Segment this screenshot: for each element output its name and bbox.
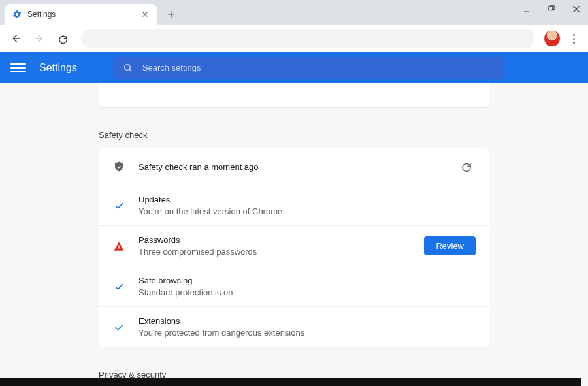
nav-forward-button[interactable] — [30, 29, 48, 48]
safety-check-header-row: Safety check ran a moment ago — [99, 148, 489, 185]
check-icon — [112, 321, 125, 334]
window-minimize-icon[interactable] — [520, 3, 533, 16]
safety-check-passwords-row[interactable]: Passwords Three compromised passwords Re… — [99, 226, 489, 266]
window-close-icon[interactable] — [570, 3, 583, 16]
app-title: Settings — [39, 62, 77, 74]
previous-section-card-tail — [99, 83, 489, 108]
settings-gear-icon — [12, 9, 22, 20]
safety-check-safebrowsing-row[interactable]: Safe browsing Standard protection is on — [99, 266, 489, 307]
nav-reload-button[interactable] — [54, 29, 72, 48]
address-bar[interactable] — [81, 29, 534, 48]
new-tab-button[interactable] — [162, 5, 180, 24]
browser-titlebar: Settings — [0, 0, 588, 25]
settings-search-input[interactable] — [142, 63, 495, 72]
shield-check-icon — [112, 160, 125, 173]
svg-point-1 — [124, 64, 130, 70]
updates-title: Updates — [139, 195, 476, 204]
extensions-subtitle: You're protected from dangerous extensio… — [139, 328, 476, 338]
safety-check-rerun-button[interactable] — [457, 157, 476, 176]
search-icon — [123, 63, 133, 73]
browser-toolbar — [0, 25, 588, 52]
window-controls — [520, 3, 583, 16]
passwords-subtitle: Three compromised passwords — [139, 247, 411, 257]
settings-content: Safety check Safety check ran a moment a… — [0, 83, 588, 386]
safebrowsing-subtitle: Standard protection is on — [139, 287, 476, 297]
safety-check-extensions-row[interactable]: Extensions You're protected from dangero… — [99, 307, 489, 347]
svg-rect-2 — [118, 245, 119, 248]
extensions-title: Extensions — [139, 316, 476, 326]
safebrowsing-title: Safe browsing — [139, 276, 476, 285]
safety-check-updates-row[interactable]: Updates You're on the latest version of … — [99, 185, 489, 226]
profile-avatar[interactable] — [544, 30, 561, 47]
updates-subtitle: You're on the latest version of Chrome — [139, 206, 476, 216]
check-icon — [112, 199, 125, 212]
passwords-review-button[interactable]: Review — [424, 236, 476, 255]
passwords-title: Passwords — [139, 235, 411, 245]
bottom-edge — [0, 378, 581, 386]
nav-back-button[interactable] — [7, 29, 25, 48]
svg-rect-0 — [549, 7, 553, 10]
svg-rect-3 — [118, 248, 119, 249]
tab-title: Settings — [27, 10, 140, 19]
menu-icon[interactable] — [10, 60, 26, 76]
browser-menu-icon[interactable] — [566, 31, 581, 46]
browser-tab[interactable]: Settings — [5, 4, 157, 25]
warning-triangle-icon — [112, 240, 125, 253]
tab-close-icon[interactable] — [140, 9, 150, 20]
settings-appbar: Settings — [0, 52, 588, 83]
settings-search[interactable] — [114, 57, 504, 79]
safety-check-header-title: Safety check ran a moment ago — [139, 162, 444, 172]
section-title-safety-check: Safety check — [99, 130, 489, 140]
safety-check-card: Safety check ran a moment ago Updates Yo… — [99, 148, 489, 347]
window-maximize-icon[interactable] — [545, 3, 558, 16]
check-icon — [112, 280, 125, 293]
